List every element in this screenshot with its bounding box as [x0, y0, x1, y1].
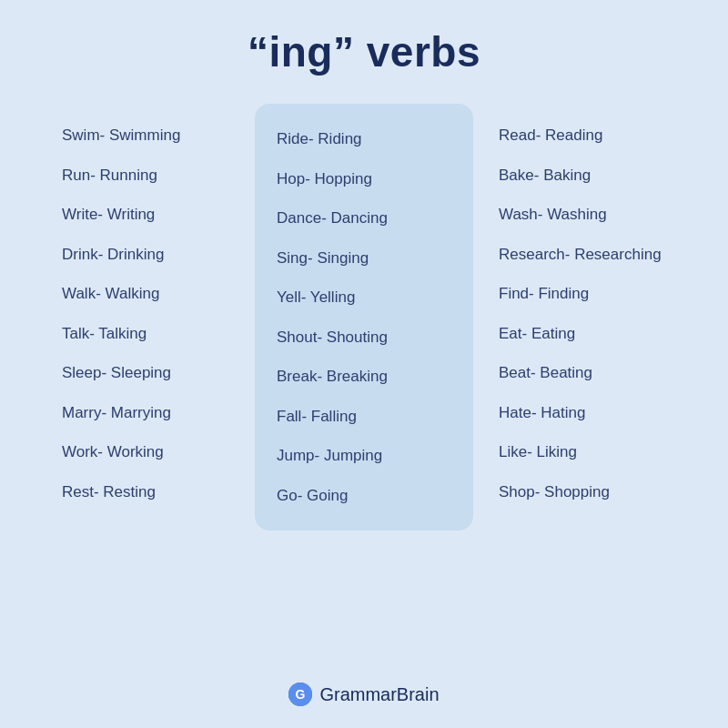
list-item: Wash- Washing	[499, 197, 666, 232]
list-item: Sing- Singing	[277, 241, 451, 276]
footer: G GrammarBrain	[288, 682, 439, 706]
brand-name: GrammarBrain	[319, 684, 439, 705]
list-item: Find- Finding	[499, 277, 666, 311]
list-item: Shop- Shopping	[499, 475, 666, 510]
content-area: Swim- SwimmingRun- RunningWrite- Writing…	[27, 104, 701, 666]
list-item: Beat- Beating	[499, 356, 666, 390]
list-item: Dance- Dancing	[277, 201, 451, 236]
brand-logo-icon: G	[288, 682, 312, 706]
list-item: Go- Going	[277, 479, 451, 513]
list-item: Fall- Falling	[277, 399, 451, 434]
list-item: Talk- Talking	[62, 317, 229, 351]
list-item: Work- Working	[62, 435, 229, 470]
list-item: Marry- Marrying	[62, 396, 229, 430]
page-title: “ing” verbs	[248, 27, 480, 76]
column-middle: Ride- RidingHop- HoppingDance- DancingSi…	[255, 104, 473, 531]
column-right: Read- ReadingBake- BakingWash- WashingRe…	[482, 104, 682, 518]
list-item: Eat- Eating	[499, 317, 666, 351]
list-item: Like- Liking	[499, 435, 666, 470]
list-item: Bake- Baking	[499, 158, 666, 193]
list-item: Read- Reading	[499, 118, 666, 153]
list-item: Rest- Resting	[62, 475, 229, 510]
page-container: “ing” verbs Swim- SwimmingRun- RunningWr…	[0, 0, 728, 728]
list-item: Walk- Walking	[62, 277, 229, 311]
list-item: Research- Researching	[499, 238, 666, 272]
list-item: Write- Writing	[62, 197, 229, 232]
list-item: Yell- Yelling	[277, 280, 451, 315]
list-item: Hop- Hopping	[277, 162, 451, 197]
list-item: Drink- Drinking	[62, 238, 229, 272]
list-item: Run- Running	[62, 158, 229, 193]
column-left: Swim- SwimmingRun- RunningWrite- Writing…	[46, 104, 246, 518]
list-item: Break- Breaking	[277, 359, 451, 394]
list-item: Swim- Swimming	[62, 118, 229, 153]
list-item: Ride- Riding	[277, 122, 451, 157]
list-item: Hate- Hating	[499, 396, 666, 430]
svg-text:G: G	[296, 687, 306, 702]
list-item: Jump- Jumping	[277, 439, 451, 473]
list-item: Sleep- Sleeping	[62, 356, 229, 390]
list-item: Shout- Shouting	[277, 320, 451, 355]
